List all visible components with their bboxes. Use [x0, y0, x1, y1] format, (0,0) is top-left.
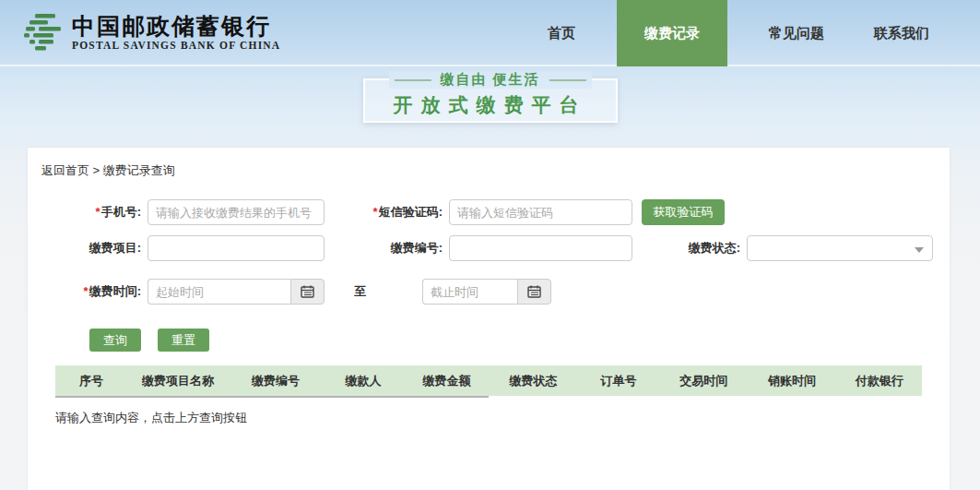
end-time-input[interactable]: [422, 279, 517, 305]
get-sms-code-button[interactable]: 获取验证码: [642, 199, 725, 225]
payment-number-label: 缴费编号:: [325, 240, 449, 257]
psbc-logo-icon: [22, 12, 65, 53]
table-header-row: 序号 缴费项目名称 缴费编号 缴款人 缴费金额 缴费状态 订单号 交易时间 销账…: [55, 365, 922, 396]
project-input[interactable]: [148, 235, 325, 261]
required-mark: *: [96, 205, 100, 219]
col-status: 缴费状态: [490, 373, 577, 389]
nav-home[interactable]: 首页: [523, 0, 600, 66]
results-table: 序号 缴费项目名称 缴费编号 缴款人 缴费金额 缴费状态 订单号 交易时间 销账…: [55, 365, 922, 398]
slogan-dash-right: [549, 79, 586, 81]
col-project-name: 缴费项目名称: [127, 373, 229, 389]
banner-box: 缴自由 便生活 开放式缴费平台: [363, 78, 618, 123]
phone-input[interactable]: [148, 199, 325, 225]
slogan-text: 缴自由 便生活: [431, 71, 549, 89]
start-time-input[interactable]: [148, 279, 290, 305]
bank-name-cn: 中国邮政储蓄银行: [72, 14, 280, 40]
required-mark: *: [84, 284, 89, 298]
col-payment-number: 缴费编号: [229, 373, 323, 389]
col-order-number: 订单号: [577, 373, 660, 389]
payment-number-input[interactable]: [449, 235, 632, 261]
time-range-to-label: 至: [354, 283, 366, 300]
main-nav: 首页 缴费记录 常见问题 联系我们: [523, 0, 954, 66]
col-index: 序号: [55, 373, 127, 389]
site-header: 中国邮政储蓄银行 POSTAL SAVINGS BANK OF CHINA 首页…: [0, 0, 980, 66]
col-paying-bank: 付款银行: [837, 373, 922, 389]
query-form: *手机号: *短信验证码: 获取验证码 缴费项目: 缴费编号: 缴费状态: *缴…: [28, 199, 950, 305]
required-mark: *: [373, 205, 378, 219]
bank-logo[interactable]: 中国邮政储蓄银行 POSTAL SAVINGS BANK OF CHINA: [22, 12, 280, 53]
sms-code-label: *短信验证码:: [325, 204, 449, 221]
calendar-icon: [301, 285, 314, 298]
col-transaction-time: 交易时间: [660, 373, 747, 389]
phone-label: *手机号:: [28, 204, 148, 221]
reset-button[interactable]: 重置: [158, 329, 209, 352]
banner-slogan: 缴自由 便生活: [388, 71, 591, 89]
col-writeoff-time: 销账时间: [747, 373, 837, 389]
query-button[interactable]: 查询: [89, 329, 141, 352]
form-actions: 查询 重置: [89, 329, 950, 352]
col-payer: 缴款人: [323, 373, 404, 389]
payment-status-label: 缴费状态:: [632, 240, 747, 257]
project-label: 缴费项目:: [28, 240, 148, 257]
bank-name-en: POSTAL SAVINGS BANK OF CHINA: [72, 40, 280, 51]
breadcrumb[interactable]: 返回首页 > 缴费记录查询: [28, 148, 950, 179]
nav-contact[interactable]: 联系我们: [849, 0, 954, 66]
col-amount: 缴费金额: [404, 373, 490, 389]
payment-time-label: *缴费时间:: [28, 283, 148, 300]
platform-title: 开放式缴费平台: [365, 92, 616, 118]
end-time-calendar-button[interactable]: [517, 279, 551, 305]
empty-table-message: 请输入查询内容，点击上方查询按钮: [55, 410, 950, 426]
hero-banner: 缴自由 便生活 开放式缴费平台: [0, 66, 980, 148]
content-card: 返回首页 > 缴费记录查询 *手机号: *短信验证码: 获取验证码 缴费项目: …: [28, 148, 950, 490]
slogan-dash-left: [394, 79, 431, 81]
payment-status-select[interactable]: [747, 235, 933, 261]
table-hscrollbar[interactable]: [55, 396, 489, 398]
chevron-down-icon: [915, 247, 924, 253]
start-time-calendar-button[interactable]: [290, 279, 325, 305]
calendar-icon: [527, 285, 541, 298]
sms-code-input[interactable]: [449, 199, 632, 225]
nav-faq[interactable]: 常见问题: [744, 0, 849, 66]
nav-payment-records[interactable]: 缴费记录: [617, 0, 727, 66]
